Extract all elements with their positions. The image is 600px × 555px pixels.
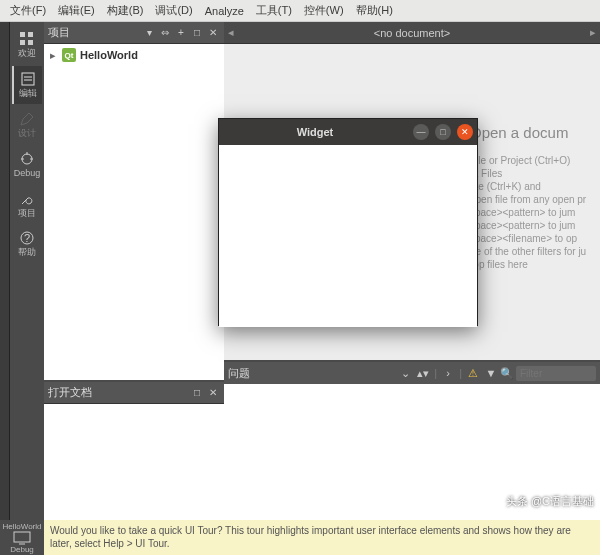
kit-selector[interactable]: HelloWorld Debug xyxy=(3,522,42,554)
mode-debug-label: Debug xyxy=(12,169,42,179)
mode-welcome[interactable]: 欢迎 xyxy=(12,26,42,64)
svg-text:?: ? xyxy=(24,232,30,244)
welcome-line: space><pattern> to jum xyxy=(470,220,600,231)
svg-rect-1 xyxy=(28,32,33,37)
projects-panel-title: 项目 xyxy=(48,25,140,40)
mode-projects[interactable]: 项目 xyxy=(12,186,42,224)
svg-rect-4 xyxy=(22,73,34,85)
link-icon[interactable]: ⇔ xyxy=(158,26,172,40)
mode-edit[interactable]: 编辑 xyxy=(12,66,42,104)
menu-widgets[interactable]: 控件(W) xyxy=(298,1,350,20)
menu-debug[interactable]: 调试(D) xyxy=(149,1,198,20)
menu-bar: 文件(F) 编辑(E) 构建(B) 调试(D) Analyze 工具(T) 控件… xyxy=(0,0,600,22)
widget-title: Widget xyxy=(223,126,407,138)
window-left-edge xyxy=(0,22,10,520)
menu-edit[interactable]: 编辑(E) xyxy=(52,1,101,20)
split-icon[interactable]: □ xyxy=(190,26,204,40)
watermark: 头条 @C语言基础 xyxy=(506,494,594,509)
welcome-line: ne of the other filters for ju xyxy=(470,246,600,257)
welcome-line: space><pattern> to jum xyxy=(470,207,600,218)
editor-tabbar: ◂ <no document> ▸ xyxy=(224,22,600,44)
help-icon: ? xyxy=(19,230,35,246)
open-docs-title: 打开文档 xyxy=(48,385,188,400)
project-item[interactable]: ▸ Qt HelloWorld xyxy=(48,47,220,63)
separator: | xyxy=(434,367,437,379)
menu-help[interactable]: 帮助(H) xyxy=(350,1,399,20)
close-button[interactable]: ✕ xyxy=(457,124,473,140)
qt-project-icon: Qt xyxy=(62,48,76,62)
split-icon[interactable]: □ xyxy=(190,386,204,400)
filter-toggle-icon[interactable]: ▼ xyxy=(482,367,500,379)
menu-build[interactable]: 构建(B) xyxy=(101,1,150,20)
svg-rect-0 xyxy=(20,32,25,37)
widget-titlebar[interactable]: Widget — □ ✕ xyxy=(219,119,477,145)
open-docs-panel: 打开文档 □ ✕ xyxy=(44,380,224,520)
open-docs-body[interactable] xyxy=(44,404,224,520)
close-panel-icon[interactable]: ✕ xyxy=(206,26,220,40)
separator: | xyxy=(459,367,462,379)
tab-next-icon[interactable]: ▸ xyxy=(590,26,596,39)
svg-rect-13 xyxy=(14,532,30,542)
minimize-button[interactable]: — xyxy=(413,124,429,140)
kit-project-name: HelloWorld xyxy=(3,522,42,531)
expand-icon[interactable]: ▸ xyxy=(48,49,58,62)
projects-panel-header: 项目 ▾ ⇔ + □ ✕ xyxy=(44,22,224,44)
wrench-icon xyxy=(19,191,35,207)
ui-tour-banner[interactable]: Would you like to take a quick UI Tour? … xyxy=(44,520,600,555)
close-panel-icon[interactable]: ✕ xyxy=(206,386,220,400)
filter-icon[interactable]: ▾ xyxy=(142,26,156,40)
mode-debug[interactable]: Debug xyxy=(12,146,42,184)
mode-edit-label: 编辑 xyxy=(14,89,42,99)
welcome-line: rop files here xyxy=(470,259,600,270)
welcome-line: space><filename> to op xyxy=(470,233,600,244)
search-icon: 🔍 xyxy=(500,367,514,380)
widget-window[interactable]: Widget — □ ✕ xyxy=(218,118,478,326)
maximize-button[interactable]: □ xyxy=(435,124,451,140)
bug-icon xyxy=(19,151,35,167)
monitor-icon xyxy=(12,531,32,545)
plus-icon[interactable]: + xyxy=(174,26,188,40)
welcome-line: ate (Ctrl+K) and xyxy=(470,181,600,192)
open-docs-header: 打开文档 □ ✕ xyxy=(44,382,224,404)
kit-config: Debug xyxy=(3,545,42,554)
svg-rect-2 xyxy=(20,40,25,45)
mode-help-label: 帮助 xyxy=(12,248,42,258)
warning-icon[interactable]: ⚠ xyxy=(464,367,482,380)
project-name: HelloWorld xyxy=(80,49,138,61)
pencil-icon xyxy=(19,111,35,127)
mode-welcome-label: 欢迎 xyxy=(12,49,42,59)
mode-design[interactable]: 设计 xyxy=(12,106,42,144)
no-document-label: <no document> xyxy=(374,27,450,39)
issues-title: 问题 xyxy=(228,366,396,381)
projects-tree[interactable]: ▸ Qt HelloWorld xyxy=(44,44,224,380)
funnel-icon[interactable]: ▴▾ xyxy=(414,367,432,380)
mode-bar: 欢迎 编辑 设计 Debug 项目 ? 帮助 xyxy=(10,22,44,520)
edit-icon xyxy=(20,71,36,87)
svg-rect-3 xyxy=(28,40,33,45)
arrow-icon[interactable]: › xyxy=(439,367,457,379)
tab-prev-icon[interactable]: ◂ xyxy=(228,26,234,39)
kit-selector-area: HelloWorld Debug xyxy=(0,520,44,555)
menu-tools[interactable]: 工具(T) xyxy=(250,1,298,20)
welcome-line: File or Project (Ctrl+O) xyxy=(470,155,600,166)
mode-design-label: 设计 xyxy=(12,129,42,139)
mode-projects-label: 项目 xyxy=(12,209,42,219)
issues-header: 问题 ⌄ ▴▾ | › | ⚠ ▼ 🔍 xyxy=(224,362,600,384)
grid-icon xyxy=(19,31,35,47)
welcome-line: nt Files xyxy=(470,168,600,179)
collapse-icon[interactable]: ⌄ xyxy=(396,367,414,380)
filter-input[interactable] xyxy=(516,366,596,381)
welcome-line: open file from any open pr xyxy=(470,194,600,205)
menu-analyze[interactable]: Analyze xyxy=(199,3,250,19)
mode-help[interactable]: ? 帮助 xyxy=(12,225,42,263)
menu-file[interactable]: 文件(F) xyxy=(4,1,52,20)
widget-body xyxy=(219,145,477,327)
welcome-heading: Open a docum xyxy=(470,124,600,141)
